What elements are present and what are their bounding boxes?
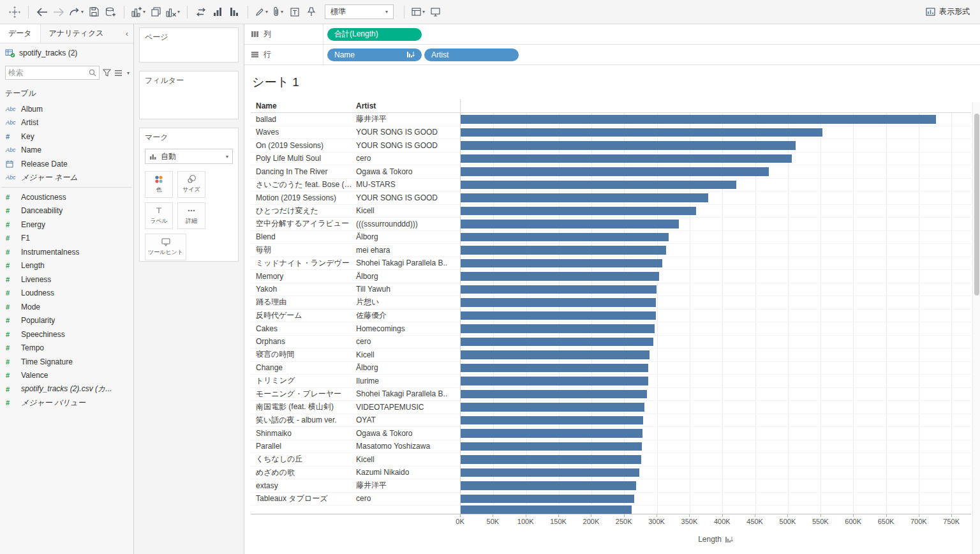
row-header[interactable]: Orphanscero [251, 336, 460, 349]
row-name[interactable]: ミッドナイト・ランデヴー [251, 258, 356, 269]
bar[interactable] [461, 181, 736, 190]
row-header[interactable]: extasy藤井洋平 [251, 479, 460, 493]
row-artist[interactable]: mei ehara [356, 246, 460, 255]
save-button[interactable] [85, 4, 102, 20]
row-header[interactable]: モーニング・プレーヤーShohei Takagi Parallela B.. [251, 388, 460, 401]
row-name[interactable]: くちなしの丘 [251, 454, 356, 465]
row-name[interactable]: 南国電影 (feat. 横山剣) [251, 401, 356, 412]
x-axis[interactable]: 0K50K100K150K200K250K300K350K400K450K500… [251, 514, 971, 531]
bar[interactable] [461, 468, 639, 477]
vertical-scrollbar[interactable] [972, 102, 980, 554]
row-header[interactable]: ParallelMasatomo Yoshizawa [251, 440, 460, 454]
bar[interactable] [461, 272, 659, 281]
bar[interactable] [461, 377, 648, 386]
field-release-date[interactable]: Release Date [0, 157, 133, 171]
bar[interactable] [461, 246, 666, 255]
field-loudness[interactable]: #Loudness [0, 287, 133, 301]
forward-arrow-button[interactable] [50, 4, 67, 20]
bar[interactable] [461, 233, 669, 242]
bar[interactable] [461, 154, 792, 163]
row-artist[interactable]: Kicell [356, 206, 460, 215]
field-valence[interactable]: #Valence [0, 369, 133, 383]
pill-artist[interactable]: Artist [424, 49, 519, 61]
row-artist[interactable]: VIDEOTAPEMUSIC [356, 403, 460, 412]
bar[interactable] [461, 495, 634, 504]
bar[interactable] [461, 364, 648, 373]
row-header[interactable]: ChangeÅlborg [251, 362, 460, 375]
row-artist[interactable]: Till Yawuh [356, 285, 460, 294]
row-artist[interactable]: Kazumi Nikaido [356, 468, 460, 477]
column-header-artist[interactable]: Artist [356, 101, 460, 110]
marks-color-button[interactable]: 色 [145, 171, 173, 198]
x-axis-title[interactable]: Length [460, 535, 971, 544]
row-header[interactable]: めざめの歌Kazumi Nikaido [251, 467, 460, 480]
group-members-button[interactable]: ▾ [270, 4, 286, 20]
row-artist[interactable]: Ålborg [356, 363, 460, 372]
row-artist[interactable]: Kicell [356, 350, 460, 359]
bar[interactable] [461, 403, 644, 412]
bar[interactable] [461, 505, 632, 514]
filters-shelf[interactable]: フィルター [139, 71, 239, 119]
row-header[interactable]: さいごのうた feat. Bose (ス..MU-STARS [251, 179, 460, 192]
bar[interactable] [461, 259, 662, 268]
column-header-name[interactable]: Name [251, 101, 356, 110]
mark-type-dropdown[interactable]: 自動 ▾ [145, 149, 233, 164]
row-name[interactable]: extasy [251, 481, 356, 490]
row-artist[interactable]: YOUR SONG IS GOOD [356, 141, 460, 150]
row-name[interactable]: 笑い話の夜 - album ver. [251, 415, 356, 426]
highlight-button[interactable]: ▾ [253, 4, 270, 20]
row-header[interactable]: 南国電影 (feat. 横山剣)VIDEOTAPEMUSIC [251, 401, 460, 414]
row-name[interactable]: Change [251, 363, 356, 372]
field-メジャー-ネーム[interactable]: Abcメジャー ネーム [0, 171, 133, 185]
row-name[interactable]: めざめの歌 [251, 467, 356, 478]
row-header[interactable]: BlendÅlborg [251, 231, 460, 244]
row-header[interactable] [251, 505, 460, 514]
row-header[interactable]: 寝言の時間Kicell [251, 348, 460, 362]
collapse-pane-icon[interactable]: ‹ [121, 29, 133, 38]
row-name[interactable]: トリミング [251, 375, 356, 386]
row-name[interactable]: Dancing In The River [251, 167, 356, 176]
row-name[interactable]: Tableaux タブローズ [251, 493, 356, 504]
row-header[interactable]: ShinmaikoOgawa & Tokoro [251, 427, 460, 440]
bar[interactable] [461, 324, 655, 333]
row-header[interactable]: Poly Life Multi Soulcero [251, 153, 460, 166]
bar[interactable] [461, 455, 641, 464]
show-hide-cards-button[interactable]: ▾ [410, 4, 427, 20]
bar[interactable] [461, 311, 656, 320]
row-name[interactable]: 寝言の時間 [251, 349, 356, 360]
row-artist[interactable]: YOUR SONG IS GOOD [356, 128, 460, 137]
row-artist[interactable]: Ålborg [356, 232, 460, 241]
pill-合計-length[interactable]: 合計(Length) [327, 28, 422, 41]
search-input[interactable] [8, 68, 89, 77]
row-name[interactable]: Yakoh [251, 285, 356, 294]
marks-label-button[interactable]: ラベル [145, 202, 173, 229]
bar[interactable] [461, 481, 636, 490]
row-header[interactable]: 踊る理由片想い [251, 296, 460, 310]
row-header[interactable]: On (2019 Sessions)YOUR SONG IS GOOD [251, 139, 460, 153]
row-name[interactable]: Orphans [251, 337, 356, 346]
clear-sheet-button[interactable]: ▾ [164, 4, 182, 20]
row-artist[interactable]: 佐藤優介 [356, 310, 460, 321]
row-name[interactable]: On (2019 Sessions) [251, 141, 356, 150]
bar[interactable] [461, 207, 696, 216]
row-name[interactable]: モーニング・プレーヤー [251, 389, 356, 400]
row-header[interactable]: ひとつだけ変えたKicell [251, 205, 460, 218]
sort-ascending-button[interactable] [209, 4, 226, 20]
row-artist[interactable]: Shohei Takagi Parallela B.. [356, 389, 460, 398]
tab-data[interactable]: データ [0, 24, 41, 43]
row-artist[interactable]: 藤井洋平 [356, 114, 460, 124]
presentation-mode-button[interactable] [427, 4, 443, 20]
field-popularity[interactable]: #Popularity [0, 314, 133, 328]
row-artist[interactable]: Ogawa & Tokoro [356, 167, 460, 176]
row-artist[interactable]: Homecomings [356, 324, 460, 333]
field-mode[interactable]: #Mode [0, 300, 133, 314]
row-header[interactable]: ballad藤井洋平 [251, 113, 460, 126]
row-name[interactable]: Cakes [251, 324, 356, 333]
show-mark-labels-button[interactable] [286, 4, 303, 20]
row-header[interactable]: Tableaux タブローズcero [251, 493, 460, 506]
row-name[interactable]: Parallel [251, 442, 356, 451]
row-artist[interactable]: Ilurime [356, 377, 460, 386]
row-artist[interactable]: 藤井洋平 [356, 480, 460, 491]
bar[interactable] [461, 141, 796, 150]
swap-axes-button[interactable] [193, 4, 209, 20]
